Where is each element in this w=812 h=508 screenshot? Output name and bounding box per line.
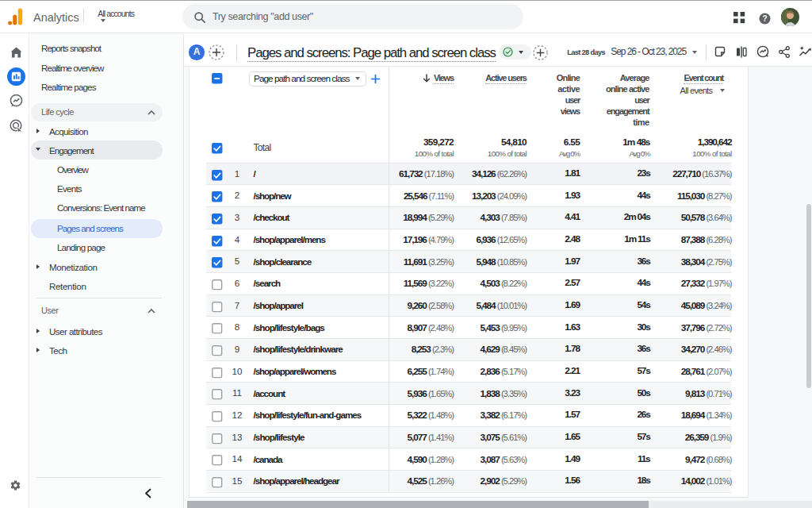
svg-text:?: ?	[762, 14, 767, 23]
